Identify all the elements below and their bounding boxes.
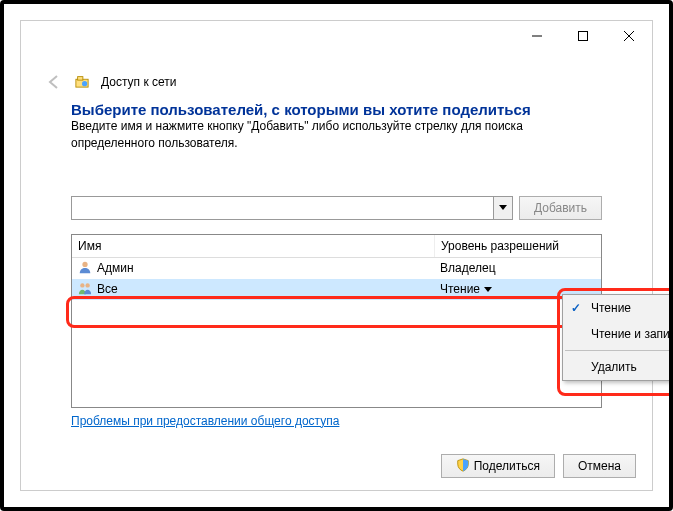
dropdown-separator bbox=[565, 350, 673, 351]
dropdown-item-readwrite[interactable]: Чтение и запись bbox=[563, 321, 673, 347]
permission-dropdown: Чтение Чтение и запись Удалить bbox=[562, 294, 673, 381]
window-title: Доступ к сети bbox=[101, 75, 176, 89]
page-heading: Выберите пользователей, с которыми вы хо… bbox=[71, 101, 602, 118]
instruction-text: Введите имя и нажмите кнопку "Добавить" … bbox=[71, 118, 602, 152]
svg-point-7 bbox=[82, 261, 87, 266]
shield-icon bbox=[456, 458, 470, 475]
share-button[interactable]: Поделиться bbox=[441, 454, 555, 478]
user-name-input[interactable] bbox=[71, 196, 513, 220]
group-icon bbox=[78, 281, 92, 298]
svg-point-6 bbox=[82, 81, 87, 86]
column-header-permission[interactable]: Уровень разрешений bbox=[435, 235, 601, 257]
network-share-icon bbox=[75, 74, 89, 91]
user-icon bbox=[78, 260, 92, 277]
list-row-everyone[interactable]: Все Чтение bbox=[72, 279, 601, 300]
dialog-window: Доступ к сети Выберите пользователей, с … bbox=[20, 20, 653, 491]
svg-rect-5 bbox=[78, 76, 83, 80]
window-controls bbox=[514, 21, 652, 51]
user-lookup-dropdown-button[interactable] bbox=[493, 197, 512, 219]
svg-rect-1 bbox=[579, 32, 588, 41]
maximize-button[interactable] bbox=[560, 21, 606, 51]
dropdown-item-remove[interactable]: Удалить bbox=[563, 354, 673, 380]
list-row-admin[interactable]: Админ Владелец bbox=[72, 258, 601, 279]
row-permission: Чтение bbox=[440, 282, 480, 296]
back-arrow-icon[interactable] bbox=[45, 73, 63, 91]
minimize-button[interactable] bbox=[514, 21, 560, 51]
row-name: Админ bbox=[97, 261, 134, 275]
chevron-down-icon bbox=[484, 287, 492, 292]
close-button[interactable] bbox=[606, 21, 652, 51]
row-name: Все bbox=[97, 282, 118, 296]
troubleshoot-link[interactable]: Проблемы при предоставлении общего досту… bbox=[71, 414, 339, 428]
chevron-down-icon bbox=[499, 205, 507, 210]
share-list: Имя Уровень разрешений Админ Владелец bbox=[71, 234, 602, 408]
cancel-button[interactable]: Отмена bbox=[563, 454, 636, 478]
annotation-highlight-row bbox=[66, 296, 572, 328]
dropdown-item-read[interactable]: Чтение bbox=[563, 295, 673, 321]
column-header-name[interactable]: Имя bbox=[72, 235, 435, 257]
add-button[interactable]: Добавить bbox=[519, 196, 602, 220]
row-permission: Владелец bbox=[440, 261, 496, 275]
svg-point-8 bbox=[80, 283, 84, 287]
svg-point-9 bbox=[85, 283, 89, 287]
